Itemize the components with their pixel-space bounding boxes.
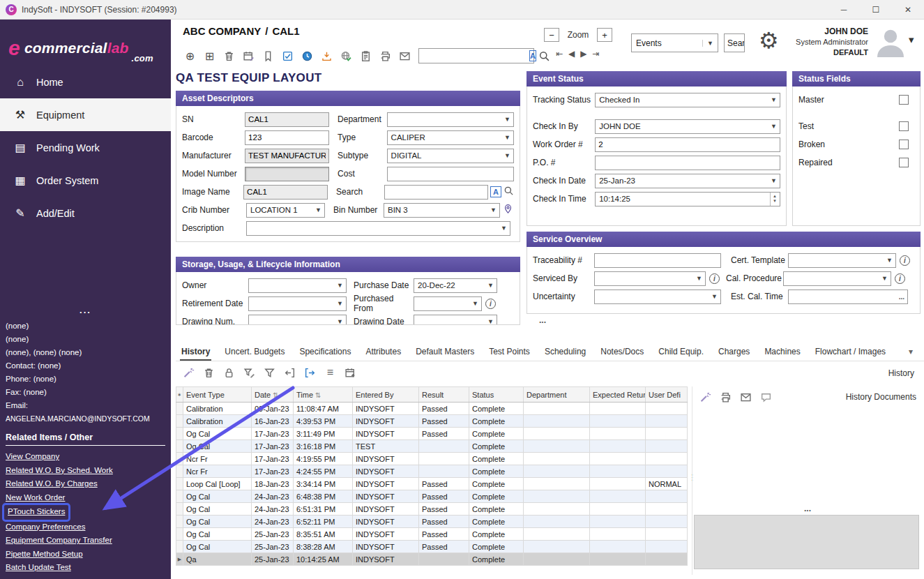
- tab-scheduling[interactable]: Scheduling: [543, 344, 587, 361]
- table-cell[interactable]: 6:52:11 PM: [294, 516, 353, 528]
- table-cell[interactable]: 4:19:55 PM: [294, 453, 353, 465]
- table-cell[interactable]: Complete: [469, 403, 524, 415]
- lock-icon[interactable]: [220, 364, 238, 381]
- tab-uncert-budgets[interactable]: Uncert. Budgets: [223, 344, 286, 361]
- table-cell[interactable]: INDYSOFT: [353, 503, 419, 516]
- table-cell[interactable]: Og Cal: [183, 503, 252, 516]
- nav-prev-icon[interactable]: ◀: [568, 49, 575, 59]
- table-cell[interactable]: [646, 415, 688, 428]
- email-icon[interactable]: [737, 389, 755, 405]
- table-cell[interactable]: Complete: [469, 528, 524, 541]
- work-order-field[interactable]: [595, 137, 780, 152]
- table-cell[interactable]: [524, 541, 590, 553]
- table-cell[interactable]: Og Cal: [183, 490, 252, 503]
- table-cell[interactable]: 6:51:31 PM: [294, 503, 353, 516]
- table-cell[interactable]: Complete: [469, 541, 524, 553]
- bin-number-select[interactable]: BIN 3▼: [384, 203, 500, 218]
- image-name-field[interactable]: [243, 185, 328, 200]
- table-cell[interactable]: [524, 528, 590, 541]
- table-row[interactable]: Og Cal24-Jan-236:48:38 PMINDYSOFTPassedC…: [176, 490, 688, 503]
- clock-icon[interactable]: [298, 47, 316, 64]
- table-cell[interactable]: 3:34:14 PM: [294, 478, 353, 490]
- tab-test-points[interactable]: Test Points: [487, 344, 531, 361]
- table-cell[interactable]: Passed: [419, 478, 469, 490]
- table-cell[interactable]: TEST: [353, 440, 419, 453]
- table-cell[interactable]: [590, 528, 646, 541]
- table-cell[interactable]: [524, 465, 590, 478]
- table-cell[interactable]: Passed: [419, 516, 469, 528]
- cert-template-info-icon[interactable]: i: [900, 255, 910, 266]
- close-button[interactable]: ✕: [892, 0, 924, 20]
- table-cell[interactable]: INDYSOFT: [353, 403, 419, 415]
- type-select[interactable]: CALIPER▼: [387, 130, 514, 145]
- tab-default-masters[interactable]: Default Masters: [414, 344, 476, 361]
- table-cell[interactable]: [524, 478, 590, 490]
- tasks-icon[interactable]: [279, 47, 296, 64]
- table-cell[interactable]: Complete: [469, 478, 524, 490]
- sort-icon[interactable]: ⇅: [273, 391, 278, 399]
- table-row[interactable]: Loop Cal [Loop]18-Jan-233:34:14 PMINDYSO…: [176, 478, 688, 490]
- table-cell[interactable]: [590, 428, 646, 440]
- print-icon[interactable]: [717, 389, 734, 405]
- retirement-date-select[interactable]: ▼: [248, 296, 347, 311]
- serviced-by-select[interactable]: ▼: [594, 271, 706, 286]
- table-cell[interactable]: Passed: [419, 503, 469, 516]
- column-header-entered-by[interactable]: Entered By: [353, 387, 419, 403]
- table-cell[interactable]: 17-Jan-23: [252, 465, 294, 478]
- test-checkbox[interactable]: [899, 121, 909, 131]
- table-cell[interactable]: 4:39:53 PM: [294, 415, 353, 428]
- table-cell[interactable]: Passed: [419, 415, 469, 428]
- sn-field[interactable]: [245, 112, 329, 127]
- table-cell[interactable]: Complete: [469, 516, 524, 528]
- table-cell[interactable]: 25-Jan-23: [252, 553, 294, 566]
- column-header-event-type[interactable]: Event Type: [183, 387, 252, 403]
- table-cell[interactable]: Og Cal: [183, 528, 252, 541]
- table-cell[interactable]: Passed: [419, 541, 469, 553]
- nav-first-icon[interactable]: ⇤: [556, 49, 563, 59]
- table-cell[interactable]: 10:14:25 AM: [294, 553, 353, 566]
- table-cell[interactable]: Complete: [469, 415, 524, 428]
- table-row[interactable]: Og Cal25-Jan-238:35:51 AMINDYSOFTPassedC…: [176, 528, 688, 541]
- roll-back-icon[interactable]: [281, 364, 298, 381]
- documents-expander[interactable]: ...: [804, 504, 811, 513]
- link-batch-update-test[interactable]: Batch Update Test: [6, 563, 71, 571]
- add-icon[interactable]: ⊕: [181, 47, 199, 64]
- master-checkbox[interactable]: [899, 95, 909, 105]
- table-cell[interactable]: 8:38:28 AM: [294, 541, 353, 553]
- table-cell[interactable]: [524, 503, 590, 516]
- table-cell[interactable]: 4:24:55 PM: [294, 465, 353, 478]
- table-cell[interactable]: [590, 541, 646, 553]
- table-cell[interactable]: 6:48:38 PM: [294, 490, 353, 503]
- nav-last-icon[interactable]: ⇥: [593, 49, 600, 59]
- table-cell[interactable]: Ncr Fr: [183, 465, 252, 478]
- column-header-department[interactable]: Department: [524, 387, 590, 403]
- email-icon[interactable]: [396, 47, 414, 64]
- po-number-field[interactable]: [595, 156, 780, 170]
- description-select[interactable]: ▼: [246, 221, 510, 236]
- breadcrumb-item[interactable]: CAL1: [272, 25, 299, 37]
- filter-icon[interactable]: [261, 364, 278, 381]
- purchased-from-info-icon[interactable]: i: [485, 299, 496, 309]
- cal-procedure-select[interactable]: ▼: [783, 271, 891, 286]
- department-select[interactable]: ▼: [387, 112, 514, 127]
- model-number-field[interactable]: [245, 167, 329, 181]
- zoom-out-button[interactable]: −: [544, 28, 559, 42]
- table-cell[interactable]: [590, 553, 646, 566]
- link-view-company[interactable]: View Company: [6, 452, 59, 460]
- subtype-select[interactable]: DIGITAL▼: [387, 149, 514, 163]
- sidebar-item-home[interactable]: ⌂Home: [0, 66, 171, 98]
- drawing-num-select[interactable]: ▼: [248, 315, 347, 326]
- table-cell[interactable]: [646, 403, 688, 415]
- table-cell[interactable]: 11:08:47 AM: [294, 403, 353, 415]
- table-cell[interactable]: 17-Jan-23: [252, 440, 294, 453]
- maximize-button[interactable]: ☐: [860, 0, 892, 20]
- link-pipette-method-setup[interactable]: Pipette Method Setup: [6, 550, 83, 558]
- table-cell[interactable]: [646, 541, 688, 553]
- tab-specifications[interactable]: Specifications: [298, 344, 352, 361]
- table-cell[interactable]: [419, 553, 469, 566]
- table-cell[interactable]: 24-Jan-23: [252, 490, 294, 503]
- minimize-button[interactable]: ─: [828, 0, 860, 20]
- table-cell[interactable]: INDYSOFT: [353, 415, 419, 428]
- table-cell[interactable]: Complete: [469, 440, 524, 453]
- table-row[interactable]: Og Cal17-Jan-233:11:49 PMINDYSOFTPassedC…: [176, 428, 688, 440]
